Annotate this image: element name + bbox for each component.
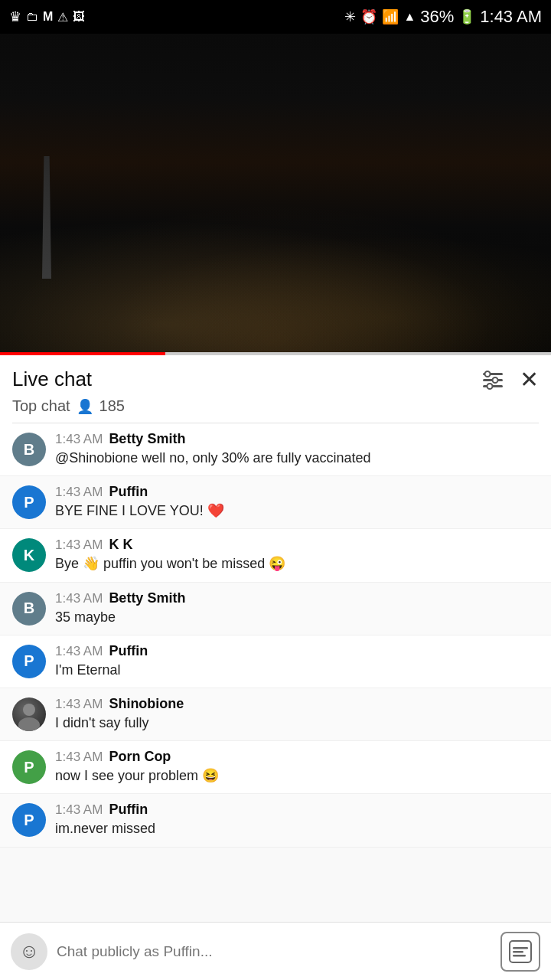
message-text: im.never missed: [55, 821, 155, 836]
message-meta: 1:43 AM Betty Smith: [55, 590, 539, 606]
message-time: 1:43 AM: [55, 644, 103, 659]
message-text: now I see your problem 😆: [55, 768, 219, 783]
message-text: BYE FINE I LOVE YOU! ❤️: [55, 503, 224, 518]
image-icon: 🖼: [73, 10, 85, 24]
message-item: P 1:43 AM Puffin I'm Eternal: [0, 635, 551, 688]
message-item: 1:43 AM Shinobione I didn't say fully: [0, 688, 551, 741]
emoji-button[interactable]: ☺: [11, 933, 47, 970]
message-content: 1:43 AM Puffin I'm Eternal: [55, 643, 539, 680]
message-username: Betty Smith: [109, 431, 185, 447]
chat-input[interactable]: [57, 943, 491, 960]
top-chat-label: Top chat: [12, 397, 70, 415]
avatar: K: [12, 538, 46, 572]
send-button[interactable]: [500, 932, 540, 972]
message-username: K K: [109, 537, 132, 553]
avatar: P: [12, 803, 46, 837]
chat-panel: Live chat ✕ Top chat 👤: [0, 355, 551, 980]
video-background: [0, 34, 551, 355]
svg-point-5: [487, 384, 493, 389]
message-item: B 1:43 AM Betty Smith @Shinobione well n…: [0, 423, 551, 476]
message-item: P 1:43 AM Puffin im.never missed: [0, 794, 551, 847]
message-content: 1:43 AM K K Bye 👋 puffin you won't be mi…: [55, 537, 539, 573]
emoji-icon: ☺: [19, 939, 40, 963]
bluetooth-icon: ✳: [344, 8, 356, 25]
svg-point-3: [485, 371, 491, 377]
header-icons: ✕: [481, 366, 539, 393]
status-bar: ♛ 🗀 M ⚠ 🖼 ✳ ⏰ 📶 ▲ 36% 🔋 1:43 AM: [0, 0, 551, 34]
message-time: 1:43 AM: [55, 750, 103, 765]
message-time: 1:43 AM: [55, 802, 103, 818]
message-time: 1:43 AM: [55, 591, 103, 606]
message-content: 1:43 AM Porn Cop now I see your problem …: [55, 749, 539, 786]
live-chat-title: Live chat: [12, 368, 92, 391]
wifi-icon: 📶: [382, 8, 399, 25]
message-content: 1:43 AM Betty Smith @Shinobione well no,…: [55, 431, 539, 468]
message-meta: 1:43 AM K K: [55, 537, 539, 553]
message-meta: 1:43 AM Betty Smith: [55, 431, 539, 447]
svg-rect-9: [513, 947, 528, 949]
battery-percent: 36%: [420, 7, 454, 27]
viewer-count: 185: [99, 397, 125, 415]
chat-sub-header: Top chat 👤 185: [12, 397, 539, 423]
message-username: Porn Cop: [109, 749, 171, 765]
message-time: 1:43 AM: [55, 485, 103, 500]
message-item: B 1:43 AM Betty Smith 35 maybe: [0, 583, 551, 635]
avatar: B: [12, 433, 46, 466]
message-text: I'm Eternal: [55, 662, 120, 678]
message-time: 1:43 AM: [55, 697, 103, 712]
message-content: 1:43 AM Betty Smith 35 maybe: [55, 590, 539, 627]
status-right-icons: ✳ ⏰ 📶 ▲ 36% 🔋 1:43 AM: [344, 7, 542, 27]
message-text: Bye 👋 puffin you won't be missed 😜: [55, 556, 285, 571]
message-text: 35 maybe: [55, 609, 116, 625]
avatar: [12, 697, 46, 731]
message-text: @Shinobione well no, only 30% are fully …: [55, 450, 371, 466]
current-time: 1:43 AM: [480, 7, 542, 27]
message-content: 1:43 AM Puffin BYE FINE I LOVE YOU! ❤️: [55, 484, 539, 521]
message-content: 1:43 AM Puffin im.never missed: [55, 802, 539, 838]
message-time: 1:43 AM: [55, 432, 103, 447]
svg-rect-11: [513, 955, 526, 957]
svg-rect-10: [513, 951, 523, 953]
message-username: Betty Smith: [109, 590, 185, 606]
message-text: I didn't say fully: [55, 715, 149, 730]
svg-point-4: [493, 377, 498, 383]
message-time: 1:43 AM: [55, 537, 103, 553]
message-meta: 1:43 AM Shinobione: [55, 696, 539, 712]
message-meta: 1:43 AM Porn Cop: [55, 749, 539, 765]
message-username: Puffin: [109, 802, 148, 818]
viewers-icon: 👤: [77, 398, 93, 415]
avatar: P: [12, 485, 46, 519]
input-bar: ☺: [0, 922, 551, 980]
message-username: Shinobione: [109, 696, 184, 712]
status-left-icons: ♛ 🗀 M ⚠ 🖼: [9, 8, 85, 25]
washington-monument: [42, 156, 51, 279]
message-username: Puffin: [109, 643, 148, 659]
send-icon: [508, 939, 533, 964]
messages-list[interactable]: B 1:43 AM Betty Smith @Shinobione well n…: [0, 423, 551, 922]
close-button[interactable]: ✕: [520, 366, 539, 393]
message-meta: 1:43 AM Puffin: [55, 802, 539, 818]
message-username: Puffin: [109, 484, 148, 500]
message-item: K 1:43 AM K K Bye 👋 puffin you won't be …: [0, 529, 551, 582]
alarm-icon: ⏰: [360, 8, 377, 25]
signal-icon: ▲: [403, 10, 416, 24]
avatar: P: [12, 645, 46, 678]
message-meta: 1:43 AM Puffin: [55, 484, 539, 500]
message-item: P 1:43 AM Puffin BYE FINE I LOVE YOU! ❤️: [0, 476, 551, 529]
chat-header: Live chat ✕ Top chat 👤: [0, 355, 551, 423]
message-content: 1:43 AM Shinobione I didn't say fully: [55, 696, 539, 733]
svg-point-6: [23, 704, 35, 716]
message-meta: 1:43 AM Puffin: [55, 643, 539, 659]
folder-icon: 🗀: [26, 10, 38, 24]
video-player[interactable]: [0, 34, 551, 355]
svg-point-7: [18, 717, 40, 731]
avatar: B: [12, 592, 46, 626]
message-item: P 1:43 AM Porn Cop now I see your proble…: [0, 741, 551, 794]
battery-icon: 🔋: [458, 8, 475, 25]
chat-header-top: Live chat ✕: [12, 366, 539, 393]
filter-button[interactable]: [481, 370, 504, 390]
warning-icon: ⚠: [57, 10, 68, 24]
crown-icon: ♛: [9, 8, 21, 25]
m-icon: M: [43, 10, 53, 24]
avatar: P: [12, 750, 46, 784]
